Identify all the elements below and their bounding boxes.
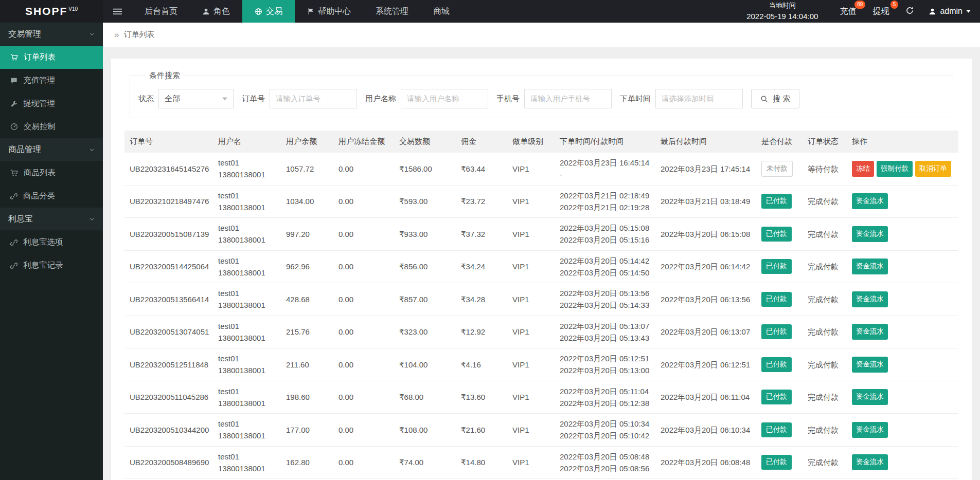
person-icon: [929, 8, 936, 15]
sidebar-item-withdraw-management[interactable]: 提现管理: [0, 92, 103, 115]
local-time-value: 2022-05-19 14:04:00: [746, 11, 818, 22]
cell-actions: 资金流水: [847, 250, 958, 283]
sidebar-item-product-management[interactable]: 商品管理: [0, 138, 103, 161]
cell-commission: ₹37.32: [456, 218, 507, 251]
fund-flow-button[interactable]: 资金流水: [852, 193, 888, 209]
cell-order-no: UB2203200510344200: [124, 414, 213, 447]
chevron-down-icon: [222, 97, 227, 101]
topnav-item-mall[interactable]: 商城: [421, 0, 462, 23]
topnav-item-system[interactable]: 系统管理: [363, 0, 421, 23]
fund-flow-button[interactable]: 资金流水: [852, 291, 888, 307]
sidebar-item-trade-management[interactable]: 交易管理: [0, 23, 103, 46]
order-time-label: 下单时间: [620, 94, 651, 104]
cell-last-pay-time: 2022年03月20日 06:08:48: [655, 446, 756, 479]
cell-commission: ₹34.28: [456, 283, 507, 316]
cell-order-pay-time: 2022年03月20日 05:15:082022年03月20日 05:15:16: [555, 218, 655, 251]
cell-balance: 428.68: [281, 283, 333, 316]
order-time-input[interactable]: [655, 89, 743, 108]
cell-paid: 未付款: [756, 153, 803, 185]
status-select-value: 全部: [165, 94, 180, 104]
paid-status-badge: 已付款: [761, 390, 792, 404]
column-header: 订单状态: [803, 131, 847, 153]
order-no-input[interactable]: [270, 89, 357, 108]
column-header: 做单级别: [507, 131, 555, 153]
cell-frozen: 0.00: [333, 250, 394, 283]
cell-frozen: 0.00: [333, 185, 394, 218]
cell-level: VIP1: [507, 218, 555, 251]
refresh-icon[interactable]: [897, 6, 922, 16]
order-row: UB2203200511045286test0113800138001198.6…: [124, 381, 958, 414]
sidebar-item-interest-options[interactable]: 利息宝选项: [0, 231, 103, 254]
cell-amount: ₹1586.00: [394, 153, 456, 185]
search-fieldset: 条件搜索 状态 全部 订单号 用户名称: [130, 71, 953, 118]
fund-flow-button[interactable]: 资金流水: [852, 259, 888, 274]
admin-menu[interactable]: admin: [922, 7, 980, 16]
freeze-button[interactable]: 冻结: [852, 161, 874, 177]
cell-frozen: 0.00: [333, 218, 394, 251]
cell-amount: ₹108.00: [394, 414, 456, 447]
topnav-item-role[interactable]: 角色: [190, 0, 242, 23]
cell-order-pay-time: 2022年03月20日 05:11:042022年03月20日 05:12:38: [555, 381, 655, 414]
cell-order-pay-time: 2022年03月20日 05:12:512022年03月20日 05:13:00: [555, 348, 655, 381]
sidebar-item-recharge-management[interactable]: 充值管理: [0, 69, 103, 92]
withdraw-badge: 5: [890, 1, 899, 9]
sidebar-item-product-category[interactable]: 商品分类: [0, 184, 103, 208]
sidebar-item-order-list[interactable]: 订单列表: [0, 46, 103, 69]
force-pay-button[interactable]: 强制付款: [877, 161, 913, 177]
cancel-order-button[interactable]: 取消订单: [915, 161, 951, 177]
sidebar: 交易管理订单列表充值管理提现管理交易控制商品管理商品列表商品分类利息宝利息宝选项…: [0, 23, 103, 480]
cell-amount: ₹68.00: [394, 381, 456, 414]
cell-last-pay-time: 2022年03月20日 06:15:08: [655, 218, 756, 251]
local-time: 当地时间 2022-05-19 14:04:00: [746, 1, 818, 22]
sidebar-item-trade-control[interactable]: 交易控制: [0, 115, 103, 138]
app-logo: SHOPFV10: [0, 0, 103, 23]
order-no-label: 订单号: [242, 94, 265, 104]
topnav-item-trade[interactable]: 交易: [242, 0, 295, 23]
cell-commission: ₹12.92: [456, 316, 507, 348]
cell-order-no: UB2203200508489690: [124, 446, 213, 479]
cell-paid: 已付款: [756, 250, 803, 283]
topnav-item-home[interactable]: 后台首页: [132, 0, 190, 23]
fund-flow-button[interactable]: 资金流水: [852, 324, 888, 340]
sidebar-item-product-list[interactable]: 商品列表: [0, 161, 103, 184]
order-row: UB2203210218497476test01138001380011034.…: [124, 185, 958, 218]
recharge-button[interactable]: 充值 89: [831, 4, 864, 19]
cell-last-pay-time: 2022年03月23日 17:45:14: [655, 153, 756, 185]
order-row: UB2203200513566414test0113800138001428.6…: [124, 283, 958, 316]
cell-order-pay-time: 2022年03月21日 02:18:492022年03月21日 02:19:28: [555, 185, 655, 218]
sidebar-item-interest-treasure[interactable]: 利息宝: [0, 208, 103, 231]
double-angle-icon: »: [114, 30, 119, 40]
column-header: 交易数额: [394, 131, 456, 153]
status-select[interactable]: 全部: [158, 89, 234, 108]
cell-level: VIP1: [507, 153, 555, 185]
order-row: UB2203200514425064test0113800138001962.9…: [124, 250, 958, 283]
column-header: 是否付款: [756, 131, 803, 153]
cell-amount: ₹593.00: [394, 185, 456, 218]
topnav-item-help-center[interactable]: 帮助中心: [295, 0, 363, 23]
search-button[interactable]: 搜 索: [751, 89, 799, 108]
phone-input[interactable]: [524, 89, 612, 108]
flag-icon: [307, 8, 314, 15]
fund-flow-button[interactable]: 资金流水: [852, 454, 888, 470]
search-filters: 状态 全部 订单号 用户名称 手机号: [138, 89, 945, 108]
cell-commission: ₹21.60: [456, 414, 507, 447]
column-header: 最后付款时间: [655, 131, 756, 153]
cell-paid: 已付款: [756, 381, 803, 414]
cell-order-no: UB2203200515087139: [124, 218, 213, 251]
sidebar-item-label: 订单列表: [24, 52, 56, 63]
recharge-badge: 89: [854, 1, 865, 9]
paid-status-badge: 未付款: [761, 161, 793, 177]
sidebar-item-interest-records[interactable]: 利息宝记录: [0, 254, 103, 277]
status-filter: 状态 全部: [138, 89, 234, 108]
globe-icon: [255, 8, 262, 15]
cell-actions: 资金流水: [847, 414, 958, 447]
fund-flow-button[interactable]: 资金流水: [852, 422, 888, 438]
fund-flow-button[interactable]: 资金流水: [852, 226, 888, 242]
admin-name: admin: [940, 7, 963, 16]
fund-flow-button[interactable]: 资金流水: [852, 357, 888, 373]
withdraw-button[interactable]: 提现 5: [864, 4, 897, 19]
menu-toggle-icon[interactable]: [103, 0, 132, 23]
fund-flow-button[interactable]: 资金流水: [852, 389, 888, 405]
username-input[interactable]: [401, 89, 488, 108]
cell-balance: 962.96: [281, 250, 333, 283]
